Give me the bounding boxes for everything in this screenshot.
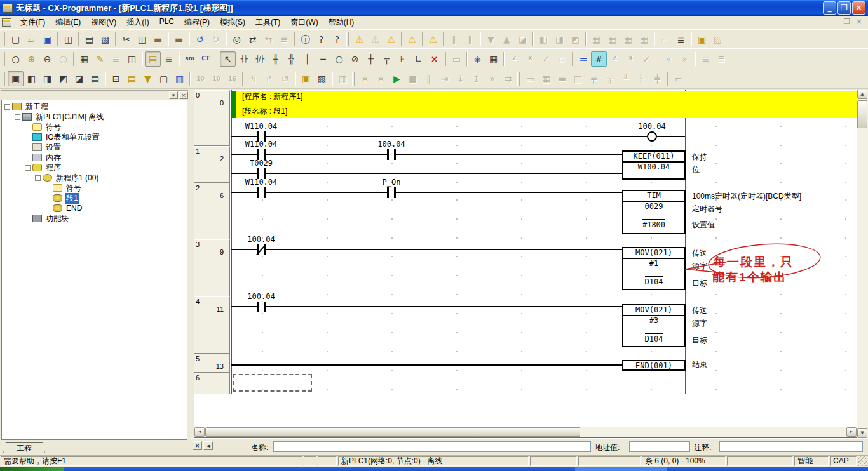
- print-button[interactable]: ▤: [81, 32, 97, 47]
- rung-header-comment[interactable]: [程序名 : 新程序1][段名称 : 段1]: [231, 91, 857, 118]
- tree-item-section-end[interactable]: END: [2, 203, 187, 213]
- cut-button[interactable]: ✂: [118, 32, 134, 47]
- show-symbol-table-button[interactable]: ▤: [145, 51, 161, 67]
- show-instruction-dialog-button[interactable]: CT: [198, 51, 214, 67]
- instruction-box[interactable]: KEEP(011)W100.04: [622, 150, 686, 180]
- minimize-button[interactable]: _: [823, 1, 836, 15]
- tree-item-memory[interactable]: 内存: [2, 152, 187, 163]
- about-button[interactable]: ⓘ: [297, 32, 313, 47]
- new-coil-button[interactable]: ○: [331, 51, 347, 67]
- cross-reference-report-button[interactable]: ⊟: [108, 71, 124, 86]
- workspace-close-icon[interactable]: ×: [179, 91, 188, 99]
- smart-input-button[interactable]: sm: [182, 51, 198, 67]
- tree-item-project[interactable]: −新工程: [2, 102, 187, 112]
- tree-item-section-1[interactable]: 段1: [2, 193, 187, 203]
- vertical-scrollbar[interactable]: ▲ ▼: [857, 90, 868, 438]
- toggle-project-workspace-button[interactable]: ▣: [8, 71, 24, 86]
- watch-name-field[interactable]: [273, 441, 591, 452]
- toggle-cross-reference-button[interactable]: ◩: [55, 71, 71, 86]
- find-button[interactable]: ◎: [229, 32, 245, 47]
- menu-tools[interactable]: 工具(T): [250, 16, 285, 29]
- paste-rung-button[interactable]: ▬: [171, 32, 187, 47]
- new-closed-contact-button[interactable]: ┤/├: [252, 51, 268, 67]
- set-password-button[interactable]: ▣: [298, 71, 314, 86]
- horizontal-scrollbar[interactable]: ◄ ►: [194, 427, 857, 437]
- watch-comment-field[interactable]: [719, 441, 863, 452]
- compile-all-button[interactable]: ◈: [470, 51, 485, 67]
- resize-grip[interactable]: [858, 456, 867, 466]
- differential-monitor-hh-button[interactable]: #: [591, 51, 607, 67]
- watch-close-icon[interactable]: ×: [193, 441, 202, 450]
- watch-scroll-left-icon[interactable]: ◄: [203, 441, 213, 450]
- close-button[interactable]: ×: [852, 1, 865, 15]
- connect-line-button[interactable]: ∟: [410, 51, 426, 67]
- force-status-list-button[interactable]: ≔: [575, 51, 591, 67]
- rung-margin-cell[interactable]: 513: [194, 354, 230, 373]
- tree-item-plc-device[interactable]: −新PLC1[CJ1M] 离线: [2, 112, 187, 122]
- show-section-tree-button[interactable]: ≡: [161, 51, 177, 67]
- context-help-button[interactable]: ?: [329, 32, 345, 47]
- print-preview-button[interactable]: ▧: [97, 32, 113, 47]
- program-check-button[interactable]: ▦: [485, 51, 501, 67]
- toggle-address-reference-button[interactable]: ◪: [71, 71, 87, 86]
- workspace-dropdown-icon[interactable]: ▾: [169, 91, 178, 99]
- monitor-button[interactable]: ⚠: [383, 32, 399, 47]
- menu-plc[interactable]: PLC: [154, 16, 179, 29]
- zoom-out-button[interactable]: ⊖: [39, 51, 55, 67]
- paste-button[interactable]: ▬: [150, 32, 166, 47]
- new-or-closed-contact-button[interactable]: ╬: [283, 51, 299, 67]
- new-closed-coil-button[interactable]: ⊘: [347, 51, 363, 67]
- help-topics-button[interactable]: ?: [313, 32, 329, 47]
- tree-item-global-symbols[interactable]: 符号: [2, 122, 187, 132]
- pause-monitoring-button[interactable]: ⚠: [425, 32, 441, 47]
- tree-item-program-1[interactable]: −新程序1 (00): [2, 173, 187, 183]
- monitor-window-button[interactable]: ▢: [156, 71, 172, 86]
- scroll-up-icon[interactable]: ▲: [857, 90, 867, 99]
- new-or-contact-button[interactable]: ╫: [268, 51, 283, 67]
- rung-margin-cell[interactable]: 00: [194, 90, 230, 146]
- toggle-output-window-button[interactable]: ◧: [24, 71, 39, 86]
- restore-button[interactable]: ❐: [837, 1, 851, 15]
- show-grid-button[interactable]: ▦: [76, 51, 92, 67]
- menu-view[interactable]: 视图(V): [86, 16, 121, 29]
- new-button[interactable]: ▢: [8, 32, 24, 47]
- mdi-restore-button[interactable]: ❐: [842, 18, 852, 27]
- mdi-minimize-button[interactable]: –: [830, 18, 840, 27]
- tree-collapse-icon[interactable]: −: [35, 175, 41, 181]
- edit-rung-comment-button[interactable]: ✎: [92, 51, 108, 67]
- tree-collapse-icon[interactable]: −: [25, 165, 31, 171]
- tree-item-settings[interactable]: 设置: [2, 142, 187, 152]
- rung-margin-cell[interactable]: 411: [194, 296, 230, 354]
- run-simulation-button[interactable]: ▶: [389, 71, 405, 86]
- menu-window[interactable]: 窗口(W): [285, 16, 323, 29]
- no-contact[interactable]: P_On: [383, 187, 400, 198]
- active-document-icon[interactable]: [2, 18, 11, 27]
- copy-button[interactable]: ◫: [134, 32, 150, 47]
- vertical-scroll-thumb[interactable]: [857, 100, 867, 128]
- delete-element-button[interactable]: ×: [426, 51, 442, 67]
- new-hor-line-button[interactable]: ─: [315, 51, 331, 67]
- scroll-down-icon[interactable]: ▼: [857, 428, 867, 438]
- taskbar-open-window[interactable]: [575, 467, 667, 471]
- new-plc-instruction-button[interactable]: ╪: [363, 51, 379, 67]
- no-contact[interactable]: W110.04: [252, 187, 270, 198]
- new-contact-button[interactable]: ┤├: [236, 51, 252, 67]
- scroll-left-icon[interactable]: ◄: [194, 427, 205, 437]
- show-properties-button[interactable]: ▤: [87, 71, 103, 86]
- menu-simulation[interactable]: 模拟(S): [215, 16, 250, 29]
- tree-item-function-blocks[interactable]: 功能块: [2, 213, 187, 223]
- undo-button[interactable]: ↺: [192, 32, 208, 47]
- tree-collapse-icon[interactable]: −: [4, 104, 10, 110]
- compile-button[interactable]: ◫: [60, 32, 76, 47]
- menu-file[interactable]: 文件(F): [15, 16, 50, 29]
- tree-collapse-icon[interactable]: −: [15, 114, 20, 120]
- zoom-to-fit-button[interactable]: ○: [8, 51, 24, 67]
- watch-address-field[interactable]: [629, 441, 690, 452]
- menu-program[interactable]: 编程(P): [179, 16, 215, 29]
- menu-help[interactable]: 帮助(H): [323, 16, 360, 29]
- replace-button[interactable]: ⇄: [245, 32, 261, 47]
- instruction-box[interactable]: END(001): [622, 360, 686, 371]
- select-mode-button[interactable]: ↖: [220, 51, 236, 67]
- rung-margin-cell[interactable]: 39: [194, 239, 230, 296]
- no-contact[interactable]: 100.04: [383, 149, 400, 160]
